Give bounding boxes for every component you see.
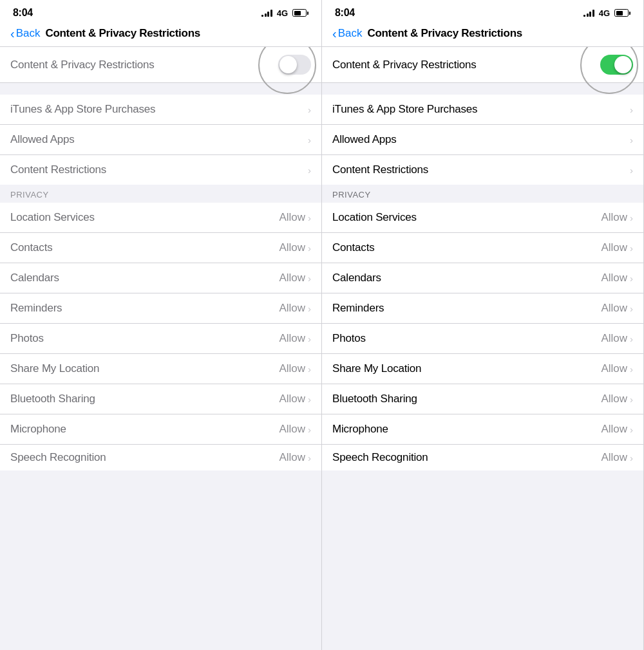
list-item-label-photos-left: Photos: [10, 332, 44, 345]
list-item-right-allowed-left: ›: [308, 135, 311, 145]
nav-title-right: Content & Privacy Restrictions: [367, 27, 522, 40]
list-item-calendars-left[interactable]: Calendars Allow ›: [0, 263, 321, 293]
list-item-value-contacts-left: Allow: [279, 241, 305, 254]
main-list-left: iTunes & App Store Purchases › Allowed A…: [0, 95, 321, 185]
list-item-bluetooth-right[interactable]: Bluetooth Sharing Allow ›: [322, 384, 643, 414]
settings-content-right: Content & Privacy Restrictions iTunes & …: [322, 47, 643, 650]
status-bar-left: 8:04 4G: [0, 0, 321, 23]
list-item-value-contacts-right: Allow: [601, 241, 627, 254]
list-item-value-calendars-right: Allow: [601, 272, 627, 284]
chevron-content-right: ›: [630, 165, 633, 176]
list-item-sharelocation-right[interactable]: Share My Location Allow ›: [322, 354, 643, 384]
list-item-speech-right[interactable]: Speech Recognition Allow ›: [322, 445, 643, 470]
back-button-left[interactable]: ‹ Back: [10, 27, 40, 40]
list-item-right-microphone-right: Allow ›: [601, 423, 633, 436]
list-item-label-sharelocation-left: Share My Location: [10, 362, 99, 375]
network-label-left: 4G: [277, 8, 288, 18]
list-item-value-reminders-right: Allow: [601, 302, 627, 315]
list-item-right-location-left: Allow ›: [279, 211, 311, 224]
status-time-left: 8:04: [13, 7, 33, 19]
toggle-knob-right: [614, 56, 632, 73]
list-item-speech-left[interactable]: Speech Recognition Allow ›: [0, 445, 321, 470]
list-item-itunes-right[interactable]: iTunes & App Store Purchases ›: [322, 95, 643, 125]
list-item-value-location-right: Allow: [601, 211, 627, 224]
chevron-reminders-right: ›: [630, 303, 633, 314]
list-item-microphone-left[interactable]: Microphone Allow ›: [0, 414, 321, 445]
list-item-label-content-right: Content Restrictions: [332, 163, 428, 176]
nav-bar-left: ‹ Back Content & Privacy Restrictions: [0, 23, 321, 47]
chevron-microphone-right: ›: [630, 424, 633, 435]
chevron-itunes-right: ›: [630, 104, 633, 115]
privacy-header-right: PRIVACY: [322, 185, 643, 203]
chevron-allowed-left: ›: [308, 135, 311, 145]
list-item-label-itunes-right: iTunes & App Store Purchases: [332, 103, 477, 116]
back-label-right: Back: [338, 27, 363, 40]
list-item-photos-left[interactable]: Photos Allow ›: [0, 324, 321, 354]
list-item-contacts-left[interactable]: Contacts Allow ›: [0, 233, 321, 263]
list-item-value-calendars-left: Allow: [279, 272, 305, 284]
list-item-right-allowed-right: ›: [630, 135, 633, 145]
list-item-calendars-right[interactable]: Calendars Allow ›: [322, 263, 643, 293]
list-item-itunes-left[interactable]: iTunes & App Store Purchases ›: [0, 95, 321, 125]
battery-fill-left: [294, 11, 301, 15]
list-item-right-content-left: ›: [308, 165, 311, 176]
signal-bars-right: [583, 9, 594, 17]
list-item-value-photos-right: Allow: [601, 332, 627, 345]
list-item-reminders-left[interactable]: Reminders Allow ›: [0, 293, 321, 324]
list-item-sharelocation-left[interactable]: Share My Location Allow ›: [0, 354, 321, 384]
battery-fill-right: [616, 11, 623, 15]
chevron-photos-left: ›: [308, 333, 311, 344]
list-item-label-content-left: Content Restrictions: [10, 163, 106, 176]
list-item-label-location-left: Location Services: [10, 211, 95, 224]
list-item-label-microphone-right: Microphone: [332, 423, 388, 436]
list-item-label-allowed-left: Allowed Apps: [10, 133, 75, 146]
signal-bar-r4: [592, 10, 594, 17]
battery-body-right: [614, 9, 629, 17]
toggle-switch-right[interactable]: [600, 55, 633, 75]
signal-bar-r3: [589, 12, 591, 17]
privacy-list-left: Location Services Allow › Contacts Allow…: [0, 203, 321, 470]
right-phone-panel: 8:04 4G ‹ Back Content & Privacy Restric…: [322, 0, 644, 650]
signal-bar-r1: [583, 15, 585, 17]
list-item-content-right[interactable]: Content Restrictions ›: [322, 155, 643, 185]
toggle-switch-left[interactable]: [278, 55, 311, 75]
privacy-list-right: Location Services Allow › Contacts Allow…: [322, 203, 643, 470]
list-item-value-bluetooth-left: Allow: [279, 393, 305, 405]
list-item-label-calendars-left: Calendars: [10, 272, 59, 284]
battery-icon-left: [292, 9, 308, 17]
settings-content-left: Content & Privacy Restrictions iTunes & …: [0, 47, 321, 650]
list-item-microphone-right[interactable]: Microphone Allow ›: [322, 414, 643, 445]
toggle-knob-left: [279, 56, 297, 73]
list-item-right-contacts-right: Allow ›: [601, 241, 633, 254]
privacy-header-text-left: PRIVACY: [10, 190, 49, 200]
list-item-allowed-right[interactable]: Allowed Apps ›: [322, 125, 643, 155]
list-item-right-photos-right: Allow ›: [601, 332, 633, 345]
list-item-right-calendars-right: Allow ›: [601, 272, 633, 284]
list-item-value-sharelocation-right: Allow: [601, 362, 627, 375]
back-chevron-icon-right: ‹: [332, 27, 337, 40]
list-item-right-content-right: ›: [630, 165, 633, 176]
list-item-right-speech-right: Allow ›: [601, 451, 633, 464]
list-item-right-itunes-right: ›: [630, 104, 633, 115]
list-item-location-left[interactable]: Location Services Allow ›: [0, 203, 321, 233]
back-button-right[interactable]: ‹ Back: [332, 27, 362, 40]
chevron-location-left: ›: [308, 212, 311, 223]
list-item-label-microphone-left: Microphone: [10, 423, 66, 436]
list-item-right-bluetooth-left: Allow ›: [279, 393, 311, 405]
list-item-location-right[interactable]: Location Services Allow ›: [322, 203, 643, 233]
chevron-location-right: ›: [630, 212, 633, 223]
chevron-contacts-right: ›: [630, 243, 633, 254]
list-item-allowed-left[interactable]: Allowed Apps ›: [0, 125, 321, 155]
list-item-right-sharelocation-left: Allow ›: [279, 362, 311, 375]
list-item-value-reminders-left: Allow: [279, 302, 305, 315]
signal-bar-3: [267, 12, 269, 17]
list-item-contacts-right[interactable]: Contacts Allow ›: [322, 233, 643, 263]
list-item-right-microphone-left: Allow ›: [279, 423, 311, 436]
list-item-reminders-right[interactable]: Reminders Allow ›: [322, 293, 643, 324]
signal-bars-left: [261, 9, 272, 17]
list-item-bluetooth-left[interactable]: Bluetooth Sharing Allow ›: [0, 384, 321, 414]
battery-tip-left: [307, 12, 308, 15]
list-item-label-photos-right: Photos: [332, 332, 366, 345]
list-item-photos-right[interactable]: Photos Allow ›: [322, 324, 643, 354]
list-item-content-left[interactable]: Content Restrictions ›: [0, 155, 321, 185]
